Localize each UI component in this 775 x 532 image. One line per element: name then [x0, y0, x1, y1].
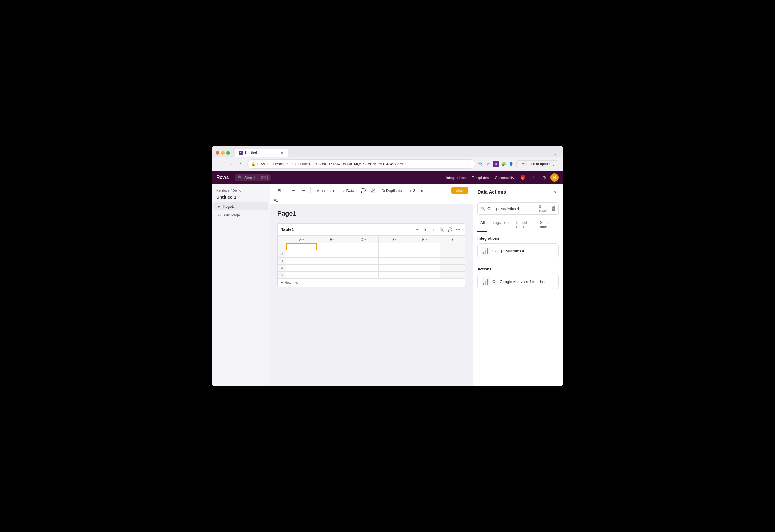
add-page-row[interactable]: ⊕ Add Page [213, 211, 268, 219]
search-icon[interactable]: 🔍 [478, 161, 484, 167]
grid-view-button[interactable]: ⊞ [275, 186, 283, 195]
share-button[interactable]: ↑ Share [407, 187, 426, 194]
tab-send-data[interactable]: Send data [537, 218, 559, 232]
cell-e3[interactable] [409, 258, 440, 265]
breadcrumb-demo[interactable]: Demo [233, 189, 241, 192]
add-column-button[interactable]: + [440, 236, 465, 243]
content-area: ⊞ ↩ ↪ ⊕ Insert ▾ ▷ Data 💬 📈 [270, 184, 473, 386]
table-row: 2 [278, 250, 465, 258]
cell-a5[interactable] [286, 272, 317, 279]
integration-card-ga4[interactable]: Google Analytics 4 [478, 243, 559, 258]
panel-search-input-wrap[interactable]: 🔍 2 results × [478, 202, 559, 215]
cell-d3[interactable] [378, 258, 409, 265]
cell-a2[interactable] [286, 250, 317, 258]
maximize-window-button[interactable] [226, 151, 230, 155]
panel-close-button[interactable]: × [552, 189, 559, 196]
doc-title-chevron[interactable]: ▾ [238, 195, 240, 199]
comment-button[interactable]: 💬 [359, 186, 367, 195]
table-more-icon[interactable]: ••• [455, 226, 462, 233]
cell-c4[interactable] [347, 265, 378, 272]
cell-c2[interactable] [347, 250, 378, 258]
tab-close-button[interactable]: × [280, 151, 284, 155]
puzzle-icon[interactable]: 🧩 [501, 161, 507, 167]
insert-button[interactable]: ⊕ Insert ▾ [313, 187, 337, 194]
col-a-chevron[interactable]: ▾ [302, 238, 304, 241]
forward-button[interactable]: → [226, 160, 234, 168]
data-button[interactable]: ▷ Data [339, 187, 357, 194]
new-tab-button[interactable]: + [288, 149, 296, 157]
tab-integrations[interactable]: Integrations [488, 218, 513, 232]
tab-expand-icon[interactable]: ⌄ [551, 150, 559, 157]
rows-ext-icon[interactable]: R [493, 161, 499, 167]
trend-button[interactable]: 📈 [369, 186, 377, 195]
help-icon[interactable]: ? [529, 173, 538, 182]
action-card-ga4-metrics[interactable]: Get Google Analytics 4 metrics. [478, 274, 559, 289]
sort-icon[interactable]: ↕ [430, 226, 437, 233]
sidebar-item-page1[interactable]: ▶ Page1 [213, 202, 268, 210]
tab-title: Untitled 1 [245, 151, 277, 155]
cell-b3[interactable] [317, 258, 347, 265]
cell-e4[interactable] [409, 265, 440, 272]
reload-button[interactable]: ↻ [237, 160, 245, 168]
cell-e2[interactable] [409, 250, 440, 258]
cell-c3[interactable] [347, 258, 378, 265]
cell-b4[interactable] [317, 265, 347, 272]
cell-d4[interactable] [378, 265, 409, 272]
cell-a4[interactable] [286, 265, 317, 272]
breadcrumb-henrique[interactable]: Henrique [216, 189, 229, 192]
cell-b5[interactable] [317, 272, 347, 279]
cell-a1[interactable] [286, 243, 317, 250]
secure-icon: 🔒 [251, 162, 255, 166]
nav-templates[interactable]: Templates [472, 175, 489, 180]
page-title: Page1 [277, 210, 466, 217]
tab-import-data[interactable]: Import data [513, 218, 537, 232]
relaunch-button[interactable]: Relaunch to update ⋮ [517, 160, 559, 168]
avatar[interactable]: H [551, 173, 559, 182]
cell-d2[interactable] [378, 250, 409, 258]
col-b-chevron[interactable]: ▾ [333, 238, 335, 241]
table-row: 5 [278, 272, 465, 279]
cell-b1[interactable] [317, 243, 347, 250]
cell-a3[interactable] [286, 258, 317, 265]
cell-a1-input[interactable] [286, 243, 317, 250]
add-row-button[interactable]: + New row [277, 279, 465, 287]
filter-settings-icon[interactable]: ✦ [414, 226, 421, 233]
cell-b2[interactable] [317, 250, 347, 258]
cell-c1[interactable] [347, 243, 378, 250]
browser-tab-active[interactable]: R Untitled 1 × [235, 149, 288, 157]
col-header-d: D ▾ [378, 236, 409, 243]
cell-e5[interactable] [409, 272, 440, 279]
cell-d1[interactable] [378, 243, 409, 250]
actions-section: Actions Get Google Analytics 4 metrics. [473, 263, 563, 294]
duplicate-button[interactable]: ⧉ Duplicate [379, 187, 405, 194]
col-e-chevron[interactable]: ▾ [426, 238, 427, 241]
table-comment-icon[interactable]: 💬 [447, 226, 454, 233]
external-link-icon[interactable]: ↗ [467, 161, 472, 167]
back-button[interactable]: ← [216, 160, 224, 168]
notifications-icon[interactable]: ⊕ [540, 173, 548, 182]
header-search[interactable]: 🔍 Search ⌘K [235, 174, 271, 181]
cell-d5[interactable] [378, 272, 409, 279]
minimize-window-button[interactable] [221, 151, 224, 155]
col-header-e: E ▾ [409, 236, 440, 243]
col-d-chevron[interactable]: ▾ [395, 238, 397, 241]
undo-button[interactable]: ↩ [289, 186, 297, 195]
search-clear-button[interactable]: × [552, 206, 556, 211]
relaunch-menu-icon: ⋮ [552, 162, 556, 166]
col-c-chevron[interactable]: ▾ [364, 238, 366, 241]
address-bar-input[interactable]: 🔒 rows.com/Henrique/demo/untitled-1-7SSR… [247, 159, 476, 169]
close-window-button[interactable] [216, 151, 219, 155]
filter-icon[interactable]: ▼ [422, 226, 429, 233]
panel-search-input[interactable] [488, 207, 537, 211]
view-button[interactable]: View [452, 187, 468, 194]
star-icon[interactable]: ☆ [486, 161, 491, 167]
table-search-icon[interactable]: 🔍 [438, 226, 445, 233]
nav-community[interactable]: Community [495, 175, 514, 180]
tab-all[interactable]: All [478, 218, 488, 232]
redo-button[interactable]: ↪ [299, 186, 307, 195]
gift-icon[interactable]: 🎁 [519, 173, 527, 182]
nav-integrations[interactable]: Integrations [446, 175, 466, 180]
profile-icon[interactable]: 👤 [508, 161, 514, 167]
cell-c5[interactable] [347, 272, 378, 279]
cell-e1[interactable] [409, 243, 440, 250]
